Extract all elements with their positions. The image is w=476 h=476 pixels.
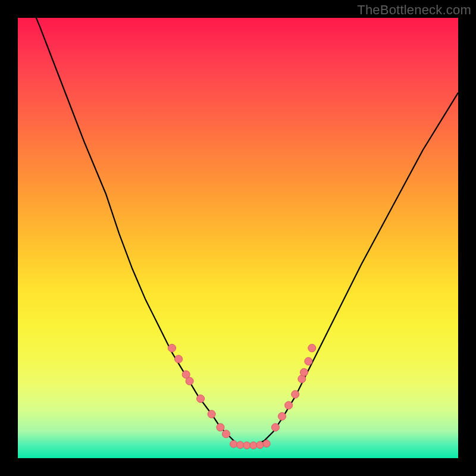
watermark-text: TheBottleneck.com — [357, 2, 471, 18]
data-point — [237, 441, 244, 449]
left-branch-markers — [168, 345, 230, 438]
data-point — [243, 442, 250, 449]
data-point — [168, 345, 176, 352]
data-point — [292, 390, 299, 398]
data-point — [271, 424, 279, 431]
data-point — [300, 368, 308, 376]
data-point — [263, 440, 270, 447]
data-point — [256, 441, 264, 449]
data-point — [230, 440, 237, 447]
data-point — [278, 412, 286, 420]
plot-area — [18, 18, 458, 458]
data-point — [175, 355, 183, 363]
bottleneck-curve — [18, 18, 458, 445]
data-point — [223, 430, 230, 438]
right-branch-markers — [271, 345, 315, 431]
data-point — [250, 442, 257, 449]
data-point — [305, 358, 312, 365]
data-point — [208, 411, 215, 418]
data-point — [197, 395, 205, 403]
data-point — [217, 424, 224, 431]
trough-markers — [230, 440, 271, 449]
chart-frame: TheBottleneck.com — [0, 0, 476, 476]
data-point — [186, 377, 193, 385]
data-point — [285, 402, 293, 409]
chart-svg — [18, 18, 458, 458]
data-point — [308, 345, 316, 352]
